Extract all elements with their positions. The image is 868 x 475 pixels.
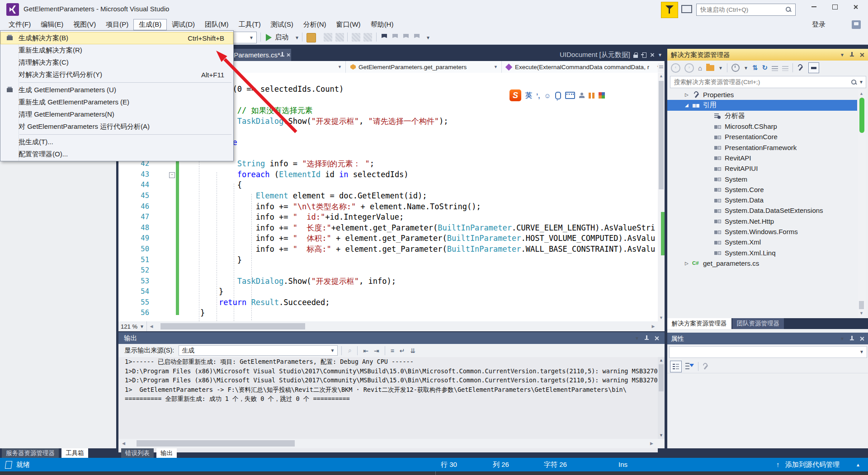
scrollbar-thumb[interactable] (859, 98, 864, 133)
expander-icon[interactable]: ▷ (685, 261, 692, 266)
build-menu-item[interactable]: 对 GetElementParameters 运行代码分析(A) (0, 121, 233, 133)
start-options-chevron-icon[interactable]: ▼ (295, 35, 299, 40)
menubar-item[interactable]: 分析(N) (298, 19, 331, 30)
tab-team-explorer[interactable]: 团队资源管理器 (732, 318, 784, 329)
sogou-logo-icon[interactable]: S (509, 89, 521, 101)
feedback-icon[interactable] (852, 20, 861, 29)
tree-item[interactable]: PresentationFramework (667, 142, 857, 152)
word-wrap-icon[interactable]: ↵ (400, 347, 405, 354)
tab-server-explorer[interactable]: 服务器资源管理器 (2, 448, 59, 458)
solution-search-input[interactable] (673, 77, 851, 87)
alphabetical-sort-button[interactable] (685, 362, 694, 371)
window-position-chevron-icon[interactable]: ▼ (840, 52, 844, 57)
preview-document-tab[interactable]: UIDocument [从元数据] ▼ (560, 49, 665, 61)
build-menu-item[interactable]: 批生成(T)... (0, 136, 233, 148)
type-dropdown[interactable]: GetElementParameters.get_parameters ▼ (346, 61, 502, 73)
live-share-button[interactable] (680, 4, 693, 15)
filter-extension-button[interactable] (661, 2, 678, 18)
tree-item[interactable]: System.Windows.Forms (667, 226, 857, 237)
collapse-region-button[interactable]: − (169, 172, 175, 178)
close-preview-tab-icon[interactable] (650, 53, 654, 57)
previous-message-icon[interactable]: ⇤ (363, 347, 368, 354)
menubar-item[interactable]: 帮助(H) (366, 19, 399, 30)
tree-item[interactable]: RevitAPI (667, 153, 857, 163)
show-all-files-icon[interactable] (782, 65, 788, 71)
tree-vertical-scrollbar[interactable]: ▲ ▼ (858, 89, 866, 317)
menubar-item[interactable]: 调试(D) (167, 19, 200, 30)
editor-vertical-scrollbar[interactable]: ▲ ▼ (658, 73, 665, 321)
build-menu-item[interactable]: 生成 GetElementParameters (U) (0, 84, 233, 96)
next-message-icon[interactable]: ⇥ (374, 347, 379, 354)
tree-item[interactable]: System.Core (667, 184, 857, 195)
menubar-item[interactable]: 测试(S) (266, 19, 298, 30)
build-menu-item[interactable]: 清理 GetElementParameters(N) (0, 108, 233, 121)
menubar-item[interactable]: 工具(T) (233, 19, 265, 30)
window-position-chevron-icon[interactable]: ▼ (635, 336, 639, 341)
close-icon[interactable] (654, 336, 659, 341)
menubar-item[interactable]: 窗口(W) (331, 19, 365, 30)
tree-item[interactable]: System.Net.Http (667, 216, 857, 226)
quick-launch-box[interactable] (696, 4, 796, 16)
start-debug-icon[interactable] (266, 34, 272, 41)
menubar-item[interactable]: 视图(V) (68, 19, 101, 30)
scroll-right-icon[interactable]: ▶ (649, 323, 658, 330)
attach-process-icon[interactable] (307, 33, 316, 42)
publish-arrow-icon[interactable]: ↑ (776, 461, 780, 468)
refresh-icon[interactable]: ↻ (762, 64, 768, 72)
pin-icon[interactable] (850, 52, 854, 58)
scroll-up-icon[interactable]: ▲ (658, 73, 665, 80)
pin-icon[interactable] (850, 336, 854, 342)
scroll-left-icon[interactable]: ◀ (120, 440, 127, 447)
scroll-down-icon[interactable]: ▼ (858, 310, 865, 317)
window-position-chevron-icon[interactable]: ▼ (840, 336, 844, 341)
document-list-chevron-icon[interactable]: ▼ (658, 52, 662, 57)
scrollbar-thumb[interactable] (137, 440, 295, 447)
tab-solution-explorer[interactable]: 解决方案资源管理器 (667, 318, 731, 329)
menubar-item[interactable]: 文件(F) (4, 19, 36, 30)
categorized-view-button[interactable] (670, 361, 682, 372)
scroll-down-icon[interactable]: ▼ (658, 315, 665, 321)
build-menu-item[interactable]: 生成解决方案(B)Ctrl+Shift+B (0, 32, 233, 44)
tree-item[interactable]: System (667, 174, 857, 184)
pending-changes-filter-icon[interactable] (731, 64, 740, 72)
start-debug-button[interactable]: 启动 (275, 33, 288, 42)
tree-item[interactable]: Microsoft.CSharp (667, 121, 857, 132)
bookmark-icon[interactable] (382, 34, 387, 41)
scroll-down-icon[interactable]: ▼ (658, 432, 665, 439)
tab-toolbox[interactable]: 工具箱 (61, 448, 88, 458)
ime-gift-icon[interactable] (589, 93, 594, 99)
member-dropdown[interactable]: Execute(ExternalCommandData commandData,… (502, 61, 665, 73)
zoom-control[interactable]: 121 % ▼ (118, 321, 147, 331)
expander-icon[interactable]: ◢ (685, 103, 692, 108)
microphone-icon[interactable] (555, 92, 561, 99)
maximize-button[interactable] (825, 0, 845, 14)
output-horizontal-scrollbar[interactable]: ◀ ▶ (118, 439, 658, 448)
tab-error-list[interactable]: 错误列表 (121, 448, 154, 458)
tree-item[interactable]: System.Xml.Linq (667, 247, 857, 258)
menubar-item[interactable]: 编辑(E) (36, 19, 68, 30)
tree-item[interactable]: ▷C#get_parameters.cs (667, 258, 857, 268)
add-to-source-control-button[interactable]: 添加到源代码管理 (785, 461, 840, 469)
build-menu-item[interactable]: 清理解决方案(C) (0, 56, 233, 69)
toolbar-overflow-chevron-icon[interactable]: ▼ (426, 35, 430, 40)
sync-with-active-document-icon[interactable]: ⇅ (752, 64, 758, 72)
tab-output[interactable]: 输出 (156, 448, 177, 458)
properties-wrench-icon[interactable] (797, 64, 804, 71)
output-source-dropdown[interactable]: 生成 ▼ (179, 345, 338, 356)
chevron-down-icon[interactable]: ▼ (744, 66, 748, 71)
tree-item[interactable]: ◢引用 (667, 100, 857, 110)
properties-title-bar[interactable]: 属性 ▼ (667, 333, 868, 344)
menubar-item[interactable]: 团队(M) (200, 19, 234, 30)
chevron-down-icon[interactable]: ▼ (718, 66, 723, 71)
home-icon[interactable]: ⌂ (698, 64, 702, 72)
emoji-icon[interactable]: ☺ (544, 92, 551, 99)
collapse-all-icon[interactable] (772, 65, 778, 71)
solution-explorer-title-bar[interactable]: 解决方案资源管理器 ▼ (667, 49, 868, 61)
ime-toolbar[interactable]: S 英 ’, ☺ (509, 89, 628, 102)
tree-item[interactable]: ▷Properties (667, 89, 857, 100)
tree-item[interactable]: System.Data (667, 195, 857, 205)
clear-all-icon[interactable]: ≡ (391, 347, 394, 354)
keep-open-icon[interactable] (641, 52, 646, 58)
build-menu-item[interactable]: 重新生成 GetElementParameters (E) (0, 96, 233, 108)
pin-icon[interactable] (645, 335, 649, 341)
